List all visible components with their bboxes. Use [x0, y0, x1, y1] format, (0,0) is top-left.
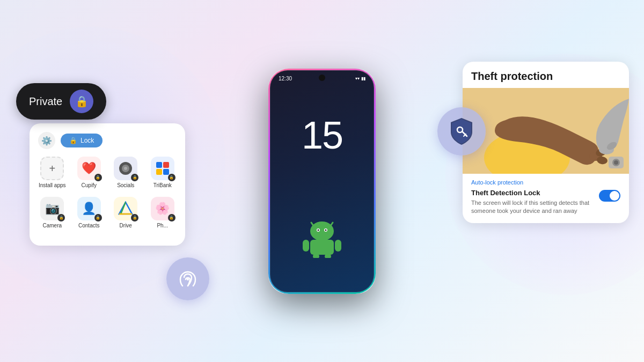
tribank-icon: 🔒 [151, 157, 174, 180]
private-toggle[interactable]: Private 🔒 [16, 83, 106, 120]
svg-rect-17 [310, 240, 334, 255]
socials-icon: 🔒 [114, 157, 137, 180]
contacts-icon: 👤 🔒 [77, 197, 101, 220]
theft-protection-card: Theft protection Auto-lock protection [463, 62, 629, 223]
svg-point-2 [124, 167, 127, 170]
camera-label: Camera [42, 223, 62, 228]
svg-point-22 [187, 278, 189, 280]
app-drive[interactable]: 🔒 Drive [112, 197, 140, 228]
theft-detection-text: Theft Detection Lock The screen will loc… [471, 189, 594, 216]
svg-rect-21 [325, 254, 331, 258]
contacts-label: Contacts [78, 223, 99, 228]
app-grid-header: ⚙️ 🔒 Lock [38, 132, 177, 149]
phone-clock: 15 [302, 113, 342, 157]
lock-badge: 🔒 [131, 174, 138, 181]
phone-signal-icons: ▾▾ ▮▮ [355, 76, 365, 81]
socials-label: Socials [117, 182, 134, 188]
tribank-label: TriBank [153, 182, 172, 188]
app-contacts[interactable]: 👤 🔒 Contacts [75, 197, 104, 228]
photos-label: Ph... [157, 223, 168, 228]
theft-card-title: Theft protection [463, 62, 629, 88]
lock-badge: 🔒 [94, 174, 102, 181]
svg-line-8 [121, 202, 126, 214]
gear-icon[interactable]: ⚙️ [38, 132, 55, 149]
lock-badge: 🔒 [168, 214, 175, 221]
phone: 12:30 ▾▾ ▮▮ 15 [268, 69, 376, 294]
private-label: Private [29, 95, 62, 108]
lock-badge: 🔒 [131, 214, 138, 221]
drive-label: Drive [120, 223, 132, 228]
app-photos[interactable]: 🌸 🔒 Ph... [149, 197, 177, 228]
svg-point-16 [325, 229, 327, 231]
lock-icon: 🔒 [75, 95, 89, 108]
app-grid-card: ⚙️ 🔒 Lock + Install apps ❤️ 🔒 Cupify 🔒 S… [30, 123, 185, 246]
auto-lock-label: Auto-lock protection [471, 179, 620, 186]
lock-btn-label: Lock [80, 137, 94, 144]
svg-rect-4 [163, 162, 169, 168]
install-apps-icon: + [40, 157, 64, 180]
lock-badge: 🔒 [94, 214, 102, 221]
lock-badge: 🔒 [168, 174, 175, 181]
phone-time: 12:30 [279, 76, 292, 82]
theft-detection-row: Theft Detection Lock The screen will loc… [471, 189, 620, 216]
cupify-label: Cupify [82, 182, 97, 188]
svg-rect-3 [156, 162, 162, 168]
svg-rect-5 [156, 169, 162, 175]
apps-row-1: + Install apps ❤️ 🔒 Cupify 🔒 Socials 🔒 T… [38, 157, 177, 188]
status-bar: 12:30 ▾▾ ▮▮ [270, 76, 374, 82]
lock-button[interactable]: 🔒 Lock [61, 134, 103, 147]
app-camera[interactable]: 📷 🔒 Camera [38, 197, 67, 228]
photos-icon: 🌸 🔒 [151, 197, 174, 220]
camera-app-icon: 📷 🔒 [40, 197, 64, 220]
app-tribank[interactable]: 🔒 TriBank [149, 157, 177, 188]
install-apps-label: Install apps [39, 182, 66, 188]
lock-btn-icon: 🔒 [69, 137, 77, 144]
apps-row-2: 📷 🔒 Camera 👤 🔒 Contacts 🔒 Drive 🌸 🔒 [38, 197, 177, 228]
theft-detection-title: Theft Detection Lock [471, 189, 594, 197]
svg-rect-20 [313, 254, 319, 258]
app-install[interactable]: + Install apps [38, 157, 67, 188]
fingerprint-bubble [166, 257, 209, 300]
signal-icon: ▮▮ [361, 76, 365, 81]
svg-rect-18 [303, 240, 309, 252]
app-cupify[interactable]: ❤️ 🔒 Cupify [75, 157, 104, 188]
svg-point-12 [310, 221, 334, 241]
theft-card-bottom: Auto-lock protection Theft Detection Loc… [463, 174, 629, 223]
phone-wrapper: 12:30 ▾▾ ▮▮ 15 [268, 69, 376, 294]
svg-rect-19 [335, 240, 341, 252]
android-mascot [301, 220, 343, 260]
drive-icon: 🔒 [114, 197, 137, 220]
svg-point-36 [614, 160, 618, 165]
shield-bubble [437, 107, 486, 156]
svg-point-15 [318, 229, 319, 231]
theft-detection-toggle[interactable] [599, 190, 620, 202]
svg-line-26 [464, 135, 465, 136]
svg-rect-6 [163, 169, 169, 175]
theft-card-image [463, 88, 629, 174]
lock-badge: 🔒 [57, 214, 65, 221]
wifi-icon: ▾▾ [355, 76, 360, 81]
theft-detection-desc: The screen will lock if this setting det… [471, 199, 594, 216]
private-lock-circle: 🔒 [70, 90, 93, 113]
cupify-icon: ❤️ 🔒 [77, 157, 101, 180]
app-socials[interactable]: 🔒 Socials [112, 157, 140, 188]
